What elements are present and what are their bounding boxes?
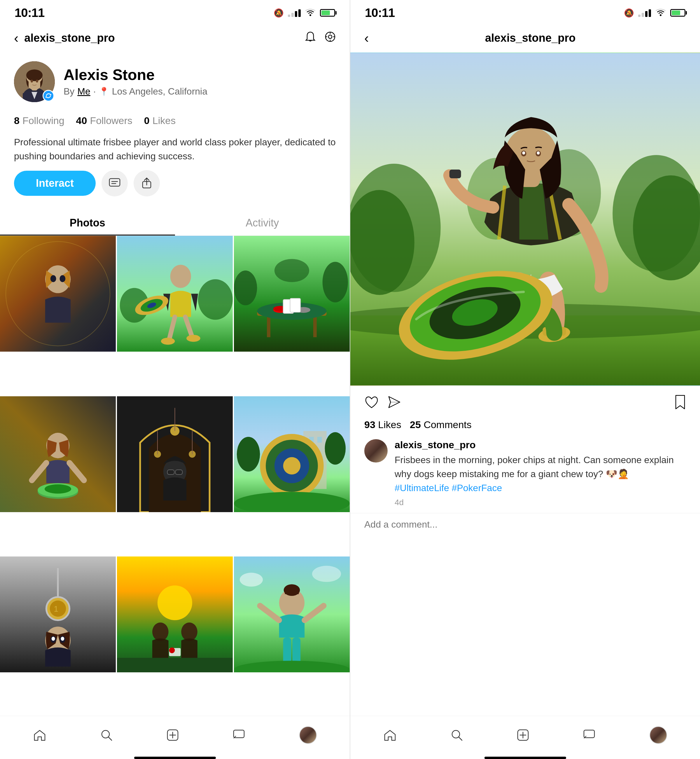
svg-point-51 xyxy=(323,262,348,302)
avatar-container xyxy=(14,61,55,102)
svg-point-135 xyxy=(537,152,539,155)
status-time-left: 10:11 xyxy=(14,6,44,20)
svg-line-143 xyxy=(459,737,462,740)
grid-item-6[interactable] xyxy=(234,396,350,512)
profile-header: ‹ alexis_stone_pro xyxy=(0,23,350,53)
bell-icon xyxy=(305,31,316,42)
bookmark-button[interactable] xyxy=(674,394,686,413)
nav-message-left[interactable] xyxy=(227,727,250,743)
status-icons-right: 🔕 xyxy=(624,8,686,18)
nav-avatar-right xyxy=(650,726,667,744)
post-actions xyxy=(350,386,700,419)
status-time-right: 10:11 xyxy=(365,6,395,20)
svg-rect-17 xyxy=(109,178,120,186)
me-link[interactable]: Me xyxy=(77,86,90,97)
hashtag-2[interactable]: #PokerFace xyxy=(452,483,502,493)
post-header-username: alexis_stone_pro xyxy=(375,32,686,44)
profile-info: Alexis Stone By Me · 📍 Los Angeles, Cali… xyxy=(0,53,350,208)
grid-item-4[interactable] xyxy=(0,396,116,512)
nav-profile-right[interactable] xyxy=(644,723,673,747)
svg-rect-69 xyxy=(175,470,182,474)
back-button-left[interactable]: ‹ xyxy=(14,31,19,45)
svg-rect-73 xyxy=(317,437,322,443)
nav-home-right[interactable] xyxy=(378,726,402,744)
nav-search-left[interactable] xyxy=(95,726,118,744)
svg-point-80 xyxy=(325,432,345,465)
heart-icon xyxy=(364,395,379,409)
signal-bars-right xyxy=(638,9,651,17)
comment-timestamp: 4d xyxy=(395,498,686,507)
add-comment-section xyxy=(350,513,700,536)
grid-item-7[interactable]: 1 xyxy=(0,557,116,672)
interact-button[interactable]: Interact xyxy=(14,171,96,196)
nav-search-right[interactable] xyxy=(445,726,469,744)
svg-point-94 xyxy=(181,623,197,642)
nav-profile-left[interactable] xyxy=(294,723,323,747)
back-button-right[interactable]: ‹ xyxy=(364,31,369,45)
profile-location: Los Angeles, California xyxy=(112,86,207,97)
signal-bar-r1 xyxy=(638,15,641,17)
following-count: 8 xyxy=(14,115,20,126)
stat-following[interactable]: 8 Following xyxy=(14,115,64,126)
svg-point-96 xyxy=(169,648,175,653)
svg-point-114 xyxy=(660,14,661,16)
message-button[interactable] xyxy=(102,170,128,196)
tab-activity[interactable]: Activity xyxy=(175,208,350,235)
nav-add-right[interactable] xyxy=(511,726,534,744)
signal-bar-r3 xyxy=(645,11,647,17)
hashtag-1[interactable]: #UltimateLife xyxy=(395,483,449,493)
spacer xyxy=(350,536,700,716)
like-button[interactable] xyxy=(364,395,379,412)
bell-muted-icon-right: 🔕 xyxy=(624,8,634,18)
post-actions-left xyxy=(364,395,401,412)
svg-point-79 xyxy=(237,437,260,471)
signal-bar-3 xyxy=(295,11,297,17)
grid-item-3[interactable] xyxy=(234,236,350,352)
svg-point-107 xyxy=(312,566,341,582)
signal-bar-r4 xyxy=(648,9,651,17)
share-button[interactable] xyxy=(134,170,160,196)
svg-point-89 xyxy=(52,637,55,641)
likes-count: 0 xyxy=(144,115,150,126)
wifi-icon-right xyxy=(655,9,666,17)
svg-point-90 xyxy=(61,637,64,641)
tab-photos[interactable]: Photos xyxy=(0,208,175,235)
svg-line-109 xyxy=(108,737,112,740)
nav-message-right[interactable] xyxy=(578,727,601,743)
svg-rect-129 xyxy=(450,169,461,178)
settings-button[interactable] xyxy=(325,31,336,45)
notification-bell-button[interactable] xyxy=(305,31,316,45)
svg-rect-97 xyxy=(117,658,233,673)
likes-count: 93 xyxy=(364,419,375,430)
profile-name-block: Alexis Stone By Me · 📍 Los Angeles, Cali… xyxy=(64,67,336,97)
nav-home-left[interactable] xyxy=(27,726,52,744)
post-image-svg xyxy=(350,53,700,386)
search-icon-left xyxy=(101,729,112,741)
add-icon-left xyxy=(167,729,178,741)
signal-bar-4 xyxy=(298,9,301,17)
grid-item-5[interactable] xyxy=(117,396,233,512)
svg-point-0 xyxy=(309,14,311,16)
grid-item-1[interactable] xyxy=(0,236,116,352)
likes-label: Likes xyxy=(378,419,401,430)
stat-followers[interactable]: 40 Followers xyxy=(76,115,133,126)
add-comment-input[interactable] xyxy=(364,519,686,530)
grid-item-9[interactable] xyxy=(234,557,350,672)
photo-grid: 1 xyxy=(0,236,350,716)
comment-body: alexis_stone_pro Frisbees in the morning… xyxy=(395,439,686,507)
grid-item-8[interactable] xyxy=(117,557,233,672)
svg-point-37 xyxy=(186,335,200,342)
svg-point-93 xyxy=(152,623,169,642)
nav-add-left[interactable] xyxy=(161,726,184,744)
svg-point-92 xyxy=(158,586,192,620)
stat-likes[interactable]: 0 Likes xyxy=(144,115,176,126)
search-icon-right xyxy=(451,729,462,741)
settings-icon xyxy=(325,31,336,42)
header-icons-left xyxy=(305,31,336,45)
svg-point-2 xyxy=(328,35,332,39)
by-label: By xyxy=(64,86,74,97)
battery-fill-right xyxy=(672,11,680,15)
grid-item-2[interactable] xyxy=(117,236,233,352)
svg-point-36 xyxy=(161,338,175,344)
share-post-button[interactable] xyxy=(388,395,401,412)
